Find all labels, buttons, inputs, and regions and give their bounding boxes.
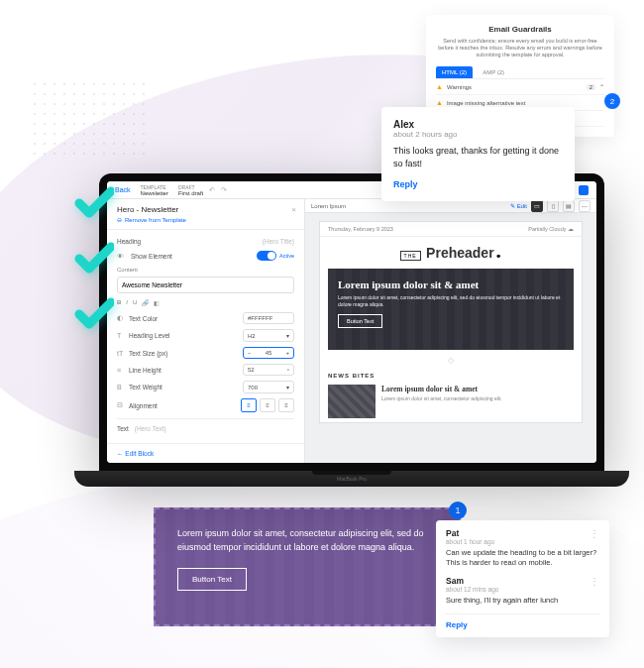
- block-button[interactable]: Button Text: [177, 568, 247, 591]
- reply-button[interactable]: Reply: [393, 179, 563, 189]
- italic-icon[interactable]: I: [126, 299, 128, 306]
- edit-block-button[interactable]: ← Edit Block: [107, 443, 304, 463]
- comment-author: Alex: [393, 119, 563, 130]
- divider-icon: ◇: [320, 350, 582, 371]
- warnings-count: 2: [587, 84, 595, 90]
- content-input[interactable]: Awesome Newsletter: [117, 277, 294, 293]
- reply-button[interactable]: Reply: [446, 613, 599, 629]
- guardrails-title: Email Guardrails: [436, 25, 604, 34]
- underline-icon[interactable]: U: [133, 299, 137, 306]
- heading-level-select[interactable]: H2▾: [243, 329, 294, 342]
- comment-body: Can we update the heading to be a bit la…: [446, 548, 599, 568]
- check-icon: [74, 294, 114, 334]
- heading-label: Heading: [117, 238, 141, 245]
- minus-icon: ⊖: [117, 216, 122, 223]
- tab-amp[interactable]: AMP (2): [477, 66, 510, 78]
- edit-button[interactable]: ✎ Edit: [510, 202, 527, 209]
- crumb-value: First draft: [178, 190, 203, 196]
- mobile-view-icon[interactable]: ▯: [547, 200, 559, 212]
- undo-icon[interactable]: ↶: [209, 186, 215, 194]
- laptop-brand: MacBook Pro: [337, 476, 367, 482]
- comment-author: Sam: [446, 576, 599, 586]
- comment-card: Alex about 2 hours ago This looks great,…: [381, 107, 575, 201]
- format-toolbar: B I U 🔗 ◧: [117, 297, 294, 312]
- text-weight-select[interactable]: 700▾: [243, 381, 294, 393]
- comment-body: This looks great, thanks for getting it …: [393, 145, 563, 169]
- breadcrumb-draft[interactable]: DRAFT First draft: [178, 184, 203, 196]
- heading-level-label: Heading Level: [129, 332, 243, 339]
- comment-body: Sure thing, I'll try again after lunch: [446, 596, 599, 606]
- warnings-header[interactable]: ▲ Warnings 2 ⌃: [436, 79, 604, 95]
- warning-icon: ▲: [436, 99, 443, 106]
- chevron-up-icon: ⌃: [599, 83, 604, 90]
- text-size-icon: tT: [117, 350, 129, 357]
- content-label: Content: [117, 267, 294, 273]
- preview-panel: Lorem Ipsum ✎ Edit ▭ ▯ ▤ ⋯ Thursday, Feb…: [305, 199, 596, 463]
- align-center-button[interactable]: ≡: [260, 398, 275, 412]
- comment: ⋮ Sam about 12 mins ago Sure thing, I'll…: [446, 576, 599, 606]
- warning-text: Image missing alternative text: [447, 100, 525, 106]
- decorative-dots: [30, 79, 149, 159]
- text-section-label: Text: [117, 425, 129, 432]
- desktop-view-icon[interactable]: ▭: [531, 200, 543, 212]
- check-icon: [74, 183, 114, 223]
- comment-time: about 2 hours ago: [393, 130, 563, 139]
- text-weight-label: Text Weight: [129, 384, 243, 390]
- hero-button[interactable]: Button Text: [338, 314, 382, 328]
- text-size-label: Text Size (px): [129, 350, 243, 357]
- article-title: Lorem ipsum dolor sit & amet: [381, 385, 502, 393]
- line-height-input[interactable]: 52▫: [243, 364, 294, 376]
- highlight-icon[interactable]: ◧: [154, 299, 160, 306]
- droplet-icon: ◐: [117, 314, 129, 322]
- line-height-label: Line Height: [129, 367, 243, 374]
- align-icon: ⊟: [117, 401, 129, 409]
- article-row[interactable]: Lorem ipsum dolor sit & amet Lorem ipsum…: [320, 381, 582, 422]
- back-button[interactable]: Back: [115, 186, 131, 193]
- count-badge: 2: [604, 93, 620, 109]
- active-label: Active: [279, 253, 294, 259]
- bold-icon[interactable]: B: [117, 299, 121, 306]
- show-element-toggle[interactable]: [257, 251, 276, 261]
- redo-icon[interactable]: ↷: [221, 186, 227, 194]
- preview-weather: Partially Cloudy ☁: [528, 226, 574, 232]
- text-color-input[interactable]: #FFFFFF: [243, 312, 294, 324]
- hero-block[interactable]: Lorem ipsum dolor sit & amet Lorem ipsum…: [328, 269, 574, 350]
- checkmarks: [74, 183, 114, 350]
- selected-block[interactable]: Lorem ipsum dolor sit amet, consectetur …: [154, 507, 461, 626]
- editor-panel: Hero - Newsletter ⊖Remove from Template …: [107, 199, 305, 463]
- comment-author: Pat: [446, 528, 599, 538]
- chevron-down-icon: ▾: [286, 332, 289, 339]
- comment-thread: ⋮ Pat about 1 hour ago Can we update the…: [436, 520, 609, 637]
- link-icon[interactable]: 🔗: [142, 299, 149, 306]
- laptop-mockup: Back TEMPLATE Newsletter DRAFT First dra…: [99, 173, 604, 501]
- preview-date: Thursday, February 9 2023: [328, 226, 393, 232]
- comment: ⋮ Pat about 1 hour ago Can we update the…: [446, 528, 599, 568]
- text-size-input[interactable]: −45+: [243, 347, 294, 359]
- text-color-label: Text Color: [129, 315, 243, 322]
- comment-time: about 1 hour ago: [446, 538, 599, 545]
- more-icon[interactable]: ⋮: [590, 576, 599, 587]
- preheader-the: THE: [400, 251, 421, 261]
- close-icon[interactable]: ×: [291, 205, 296, 214]
- comment-count-badge[interactable]: 1: [449, 501, 467, 519]
- hero-body: Lorem ipsum dolor sit amet, consectetur …: [338, 294, 564, 308]
- crumb-value: Newsletter: [141, 190, 168, 196]
- comment-time: about 12 mins ago: [446, 586, 599, 593]
- warning-icon: ▲: [436, 83, 443, 90]
- more-icon[interactable]: ⋮: [590, 528, 599, 539]
- text-hint: (Hero Text): [135, 425, 166, 432]
- alignment-label: Alignment: [129, 402, 241, 409]
- heading-icon: T: [117, 332, 129, 339]
- breadcrumb-template[interactable]: TEMPLATE Newsletter: [141, 184, 168, 196]
- warnings-label: Warnings: [447, 84, 472, 90]
- settings-icon[interactable]: ⋯: [579, 200, 590, 212]
- code-view-icon[interactable]: ▤: [563, 200, 575, 212]
- menu-button[interactable]: [579, 185, 589, 195]
- block-body: Lorem ipsum dolor sit amet, consectetur …: [177, 527, 437, 554]
- align-left-button[interactable]: ≡: [241, 398, 257, 412]
- remove-from-template[interactable]: ⊖Remove from Template: [117, 216, 294, 223]
- line-height-icon: ≡: [117, 367, 129, 374]
- tab-html[interactable]: HTML (2): [436, 66, 473, 78]
- align-right-button[interactable]: ≡: [278, 398, 294, 412]
- show-element-label: Show Element: [131, 253, 257, 260]
